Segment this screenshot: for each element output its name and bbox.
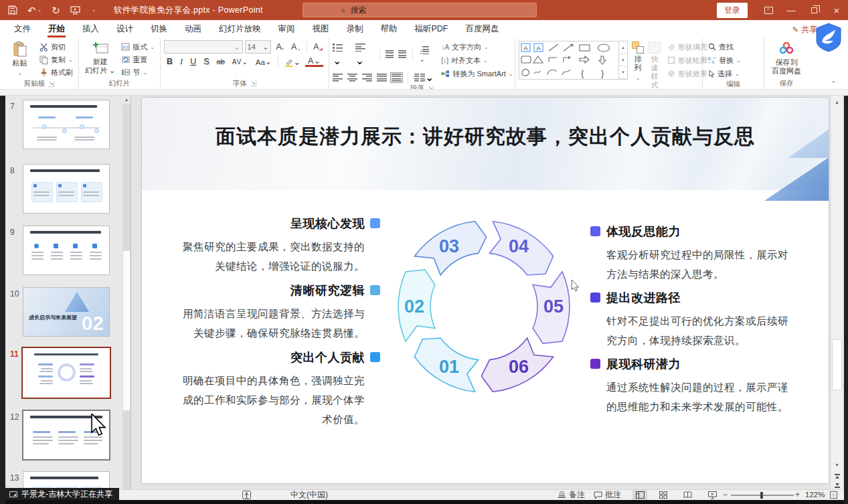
right-text-column[interactable]: 体现反思能力 客观分析研究过程中的局限性，展示对方法与结果的深入思考。 提出改进… (606, 224, 798, 422)
undo-icon[interactable]: ↶⌄ (27, 5, 41, 15)
shape-outline-button[interactable]: 形状轮廓⌄ (665, 54, 717, 66)
ribbon-display-options-button[interactable]: ^ (757, 0, 780, 20)
slide-thumbnail-10[interactable]: 02 成长启示与未来展望 (23, 288, 109, 336)
layout-button[interactable]: 版式⌄ (119, 41, 157, 53)
arrange-button[interactable]: 排列⌄ (632, 40, 644, 82)
slide-title[interactable]: 面试本质是潜力展示：讲好研究故事，突出个人贡献与反思 (142, 123, 829, 151)
tab-animations[interactable]: 动画 (176, 20, 210, 38)
previous-slide-button[interactable] (831, 472, 843, 481)
line-spacing-button[interactable]: ↕⌄ (419, 46, 434, 63)
slideshow-view-button[interactable] (705, 490, 719, 500)
undo-dropdown-icon[interactable]: ⌄ (37, 7, 42, 13)
tab-insert[interactable]: 插入 (74, 20, 108, 38)
save-icon[interactable] (8, 5, 17, 15)
language-status[interactable]: 中文(中国) (290, 490, 328, 500)
slide-thumbnail-11-selected[interactable] (23, 349, 109, 397)
shape-fill-button[interactable]: 形状填充⌄ (665, 41, 717, 53)
clear-formatting-button[interactable]: A◢ (311, 41, 325, 52)
text-shadow-button[interactable]: S (201, 56, 211, 67)
fit-slide-to-window-button[interactable]: ⊹ (830, 491, 837, 499)
decrease-indent-button[interactable] (386, 49, 394, 61)
font-color-button[interactable]: A⌄ (305, 57, 323, 67)
tab-help[interactable]: 帮助 (372, 20, 406, 38)
tab-foxit-pdf[interactable]: 福昕PDF (406, 20, 457, 38)
save-to-baidu-netdisk-button[interactable]: 保存到百度网盘 (768, 40, 805, 76)
zoom-slider-handle[interactable] (760, 492, 763, 499)
tab-view[interactable]: 视图 (304, 20, 338, 38)
slide-thumbnail-8[interactable] (23, 165, 109, 213)
baidu-netdisk-logo-icon[interactable] (813, 22, 844, 53)
section-button[interactable]: 节⌄ (119, 66, 157, 78)
slide-sorter-view-button[interactable] (656, 490, 671, 500)
tab-file[interactable]: 文件 (5, 20, 39, 38)
justify-button[interactable] (377, 74, 387, 82)
scrollbar-thumb[interactable] (832, 339, 842, 390)
slide-thumbnail-9[interactable] (23, 226, 109, 274)
shapes-gallery[interactable]: A A (519, 41, 628, 80)
clipboard-dialog-launcher-icon[interactable]: ↘ (48, 81, 54, 87)
text-direction-button[interactable]: ↓A 文字方向⌄ (439, 41, 515, 53)
convert-to-smartart-button[interactable]: 转换为 SmartArt⌄ (439, 68, 515, 80)
search-input[interactable]: ⌕ 搜索 (303, 3, 537, 17)
align-text-button[interactable]: [↕] 对齐文本⌄ (439, 54, 515, 66)
start-slideshow-icon[interactable] (70, 6, 80, 15)
customize-qat-icon[interactable]: ⌄ (90, 7, 96, 13)
login-button[interactable]: 登录 (717, 3, 748, 18)
shapes-gallery-scroll[interactable]: ▲▼▼ (618, 41, 627, 79)
tab-design[interactable]: 设计 (108, 20, 142, 38)
normal-view-button[interactable] (632, 490, 647, 500)
strikethrough-button[interactable]: ab (214, 57, 228, 66)
zoom-in-button[interactable]: + (795, 490, 800, 499)
left-text-column[interactable]: 呈现核心发现 聚焦研究的主要成果，突出数据支持的关键结论，增强论证的说服力。 清… (180, 216, 365, 436)
reset-button[interactable]: 重置 (119, 54, 157, 66)
restore-button[interactable] (802, 0, 825, 20)
paste-button[interactable]: 粘贴⌄ (3, 40, 36, 78)
increase-indent-button[interactable] (398, 49, 406, 61)
zoom-level[interactable]: 122% (805, 491, 825, 499)
tab-transitions[interactable]: 切换 (142, 20, 176, 38)
notes-button[interactable]: 备注 (558, 490, 585, 500)
shape-effects-button[interactable]: 形状效果⌄ (665, 68, 717, 80)
italic-button[interactable]: I (177, 56, 185, 68)
sidebar-scrollbar[interactable]: ▲ (122, 96, 131, 489)
copy-button[interactable]: 复制⌄ (37, 54, 75, 66)
reading-view-button[interactable] (680, 490, 695, 500)
slide-thumbnail-7[interactable] (23, 100, 109, 149)
close-button[interactable]: × (825, 0, 848, 20)
align-left-button[interactable] (333, 74, 343, 82)
tab-baidu-netdisk[interactable]: 百度网盘 (457, 20, 508, 38)
bullets-button[interactable]: ⌄ (333, 42, 351, 67)
numbering-button[interactable]: ⌄ (355, 42, 373, 67)
tab-slideshow[interactable]: 幻灯片放映 (210, 20, 270, 38)
distribute-text-button[interactable] (392, 74, 402, 82)
accessibility-checker-icon[interactable] (242, 490, 251, 500)
tab-record[interactable]: 录制 (338, 20, 372, 38)
new-slide-button[interactable]: 新建幻灯片 ⌄ (82, 40, 118, 75)
decrease-font-size-button[interactable]: A⌄ (288, 41, 303, 52)
sidebar-scrollbar-thumb[interactable] (123, 251, 130, 410)
font-dialog-launcher-icon[interactable]: ↘ (250, 80, 256, 86)
sidebar-scroll-up-icon[interactable]: ▲ (122, 96, 131, 104)
collapse-ribbon-icon[interactable]: ⌃ (831, 80, 836, 87)
scroll-up-icon[interactable]: ▲ (831, 97, 843, 107)
cycle-diagram[interactable]: 01 02 03 04 05 06 (384, 206, 584, 407)
increase-font-size-button[interactable]: A^ (273, 41, 286, 52)
zoom-out-button[interactable]: − (723, 490, 728, 499)
format-painter-button[interactable]: 格式刷 (37, 66, 75, 78)
current-slide[interactable]: 面试本质是潜力展示：讲好研究故事，突出个人贡献与反思 呈现核心发现 聚焦研究的主… (142, 98, 829, 483)
main-scrollbar[interactable]: ▲ ▼ (831, 96, 843, 489)
character-spacing-button[interactable]: AV⌄ (230, 58, 251, 66)
cut-button[interactable]: 剪切 (37, 41, 75, 53)
underline-button[interactable]: U (187, 56, 199, 67)
comments-button[interactable]: 批注 (594, 490, 621, 500)
scroll-down-icon[interactable]: ▼ (831, 460, 843, 470)
bold-button[interactable]: B (164, 56, 175, 67)
font-name-select[interactable]: ⌄ (164, 40, 243, 54)
highlight-color-button[interactable]: ⌄ (282, 56, 303, 68)
slide-thumbnail-13[interactable] (23, 472, 109, 489)
tab-review[interactable]: 审阅 (270, 20, 304, 38)
font-size-select[interactable]: 14⌄ (245, 40, 272, 54)
minimize-button[interactable]: — (780, 0, 802, 20)
redo-icon[interactable]: ↻ (52, 5, 60, 15)
columns-button[interactable]: ⌄ (414, 71, 434, 84)
